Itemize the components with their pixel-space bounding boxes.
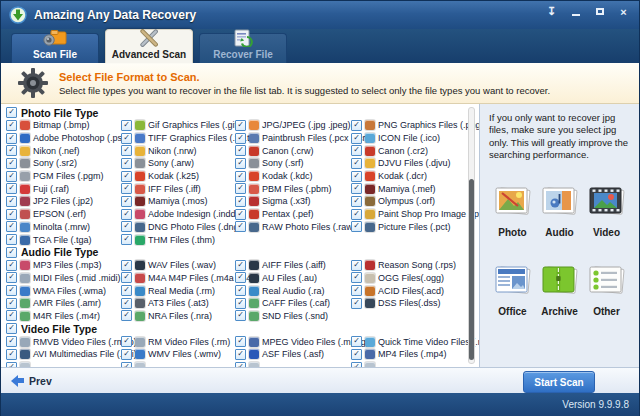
checkbox-checked-icon[interactable]: ✓ [6, 145, 17, 156]
scrollbar-thumb[interactable] [469, 179, 474, 360]
prev-button[interactable]: Prev [11, 375, 52, 387]
file-type-item[interactable]: ✓ACID Files(.acd) [351, 284, 469, 297]
checkbox-checked-icon[interactable]: ✓ [6, 298, 17, 309]
checkbox-checked-icon[interactable]: ✓ [235, 285, 246, 296]
file-type-item[interactable]: ✓TGA File (.tga) [6, 233, 121, 246]
file-type-item[interactable]: ✓WMV Files (.wmv) [121, 348, 235, 361]
file-type-item[interactable]: ✓Canon (.crw) [235, 144, 351, 157]
checkbox-checked-icon[interactable]: ✓ [6, 120, 17, 131]
checkbox-checked-icon[interactable]: ✓ [235, 145, 246, 156]
file-type-item[interactable]: ✓Canon (.cr2) [351, 144, 469, 157]
checkbox-checked-icon[interactable]: ✓ [121, 234, 132, 245]
checkbox-checked-icon[interactable]: ✓ [121, 298, 132, 309]
checkbox-checked-icon[interactable]: ✓ [351, 133, 362, 144]
checkbox-checked-icon[interactable]: ✓ [235, 183, 246, 194]
checkbox-checked-icon[interactable]: ✓ [121, 183, 132, 194]
checkbox-checked-icon[interactable]: ✓ [235, 158, 246, 169]
file-type-item[interactable]: ✓IFF Files (.iff) [121, 182, 235, 195]
checkbox-checked-icon[interactable]: ✓ [351, 196, 362, 207]
file-type-item[interactable]: ✓WAV Files (.wav) [121, 259, 235, 272]
checkbox-checked-icon[interactable]: ✓ [121, 221, 132, 232]
tab-recover-file[interactable]: Recover File [199, 33, 287, 63]
checkbox-checked-icon[interactable]: ✓ [6, 171, 17, 182]
file-type-item[interactable]: ✓RAW Photo Files (.raw) [235, 221, 351, 234]
tab-advanced-scan[interactable]: Advanced Scan [105, 29, 193, 63]
checkbox-checked-icon[interactable]: ✓ [6, 310, 17, 321]
checkbox-checked-icon[interactable]: ✓ [235, 221, 246, 232]
file-type-item[interactable]: ✓Sony (.arw) [121, 157, 235, 170]
checkbox-checked-icon[interactable]: ✓ [6, 234, 17, 245]
checkbox-checked-icon[interactable]: ✓ [235, 349, 246, 360]
checkbox-checked-icon[interactable]: ✓ [6, 247, 17, 258]
checkbox-checked-icon[interactable]: ✓ [351, 145, 362, 156]
checkbox-checked-icon[interactable]: ✓ [351, 272, 362, 283]
checkbox-checked-icon[interactable]: ✓ [6, 209, 17, 220]
checkbox-checked-icon[interactable]: ✓ [6, 260, 17, 271]
close-icon[interactable]: × [616, 5, 631, 18]
file-type-item[interactable]: ✓MPEG Video Files (.mpeg) [235, 335, 351, 348]
file-type-item[interactable]: ✓Minolta (.mrw) [6, 221, 121, 234]
file-type-item[interactable]: ✓RM Video Files (.rm) [121, 335, 235, 348]
file-type-item[interactable]: ✓JPG/JPEG (.jpg .jpeg) [235, 119, 351, 132]
checkbox-checked-icon[interactable]: ✓ [235, 171, 246, 182]
category-audio[interactable]: Audio [540, 185, 580, 238]
file-type-item[interactable]: ✓Fuji (.raf) [6, 182, 121, 195]
file-type-item[interactable]: ✓DNG Photo Files (.dng) [121, 221, 235, 234]
checkbox-checked-icon[interactable]: ✓ [235, 209, 246, 220]
file-type-item[interactable]: ✓Mamiya (.mos) [121, 195, 235, 208]
file-type-item[interactable]: ✓Paint Shop Pro Image (.psp) [351, 208, 469, 221]
checkbox-checked-icon[interactable]: ✓ [6, 349, 17, 360]
file-type-item[interactable]: ✓DSS Files(.dss) [351, 297, 469, 310]
checkbox-checked-icon[interactable]: ✓ [235, 310, 246, 321]
checkbox-checked-icon[interactable]: ✓ [351, 260, 362, 271]
file-type-item[interactable]: ✓CAFF Files (.caf) [235, 297, 351, 310]
file-type-item[interactable]: ✓MP4 Files (.mp4) [351, 348, 469, 361]
file-type-item[interactable]: ✓OGG Files(.ogg) [351, 272, 469, 285]
download-icon[interactable]: ↧ [544, 5, 559, 18]
maximize-icon[interactable] [592, 5, 607, 18]
file-type-item[interactable]: ✓Sony (.srf) [235, 157, 351, 170]
checkbox-checked-icon[interactable]: ✓ [351, 221, 362, 232]
file-type-item[interactable]: ✓AT3 Files (.at3) [121, 297, 235, 310]
file-type-item[interactable]: ✓NRA Files (.nra) [121, 310, 235, 323]
checkbox-checked-icon[interactable]: ✓ [351, 120, 362, 131]
file-type-item[interactable]: ✓Bitmap (.bmp) [6, 119, 121, 132]
checkbox-checked-icon[interactable]: ✓ [6, 133, 17, 144]
checkbox-checked-icon[interactable]: ✓ [6, 158, 17, 169]
file-type-item[interactable]: ✓PBM Files (.pbm) [235, 182, 351, 195]
file-type-item[interactable]: ✓Kodak (.dcr) [351, 170, 469, 183]
category-other[interactable]: Other [587, 264, 627, 317]
file-type-item[interactable]: ✓ASF Files (.asf) [235, 348, 351, 361]
checkbox-checked-icon[interactable]: ✓ [351, 158, 362, 169]
file-type-item[interactable]: ✓Quick Time Video Files (.mov) [351, 335, 469, 348]
file-type-item[interactable]: ✓Nikon (.nef) [6, 144, 121, 157]
file-type-item[interactable]: ✓Pentax (.pef) [235, 208, 351, 221]
file-type-item[interactable]: ✓M4A M4P Files (.m4a .m4p) [121, 272, 235, 285]
file-type-item[interactable]: ✓DJVU Files (.djvu) [351, 157, 469, 170]
file-type-item[interactable]: ✓MP3 Files (.mp3) [6, 259, 121, 272]
checkbox-checked-icon[interactable]: ✓ [6, 285, 17, 296]
category-office[interactable]: Office [493, 264, 533, 317]
checkbox-checked-icon[interactable]: ✓ [6, 323, 17, 334]
checkbox-checked-icon[interactable]: ✓ [6, 183, 17, 194]
checkbox-checked-icon[interactable]: ✓ [121, 133, 132, 144]
file-type-item[interactable]: ✓Adobe Photoshop (.psd) [6, 132, 121, 145]
checkbox-checked-icon[interactable]: ✓ [121, 196, 132, 207]
file-type-item[interactable]: ✓Paintbrush Files (.pcx .scr) [235, 132, 351, 145]
checkbox-checked-icon[interactable]: ✓ [121, 310, 132, 321]
file-type-item[interactable]: ✓Real Media (.rm) [121, 284, 235, 297]
file-type-item[interactable]: ✓AIFF Files (.aiff) [235, 259, 351, 272]
file-type-item[interactable]: ✓Sony (.sr2) [6, 157, 121, 170]
file-type-item[interactable]: ✓AU Files (.au) [235, 272, 351, 285]
category-photo[interactable]: Photo [493, 185, 533, 238]
file-type-item[interactable]: ✓SND Files (.snd) [235, 310, 351, 323]
file-type-item[interactable]: ✓THM Files (.thm) [121, 233, 235, 246]
checkbox-checked-icon[interactable]: ✓ [121, 120, 132, 131]
file-type-item[interactable]: ✓TIFF Graphics Files (.tif .tiff) [121, 132, 235, 145]
checkbox-checked-icon[interactable]: ✓ [6, 196, 17, 207]
file-type-item[interactable]: ✓MIDI Files (.mid .midi) [6, 272, 121, 285]
checkbox-checked-icon[interactable]: ✓ [121, 285, 132, 296]
checkbox-checked-icon[interactable]: ✓ [235, 272, 246, 283]
file-type-item[interactable]: ✓PGM Files (.pgm) [6, 170, 121, 183]
file-type-item[interactable]: ✓Sigma (.x3f) [235, 195, 351, 208]
